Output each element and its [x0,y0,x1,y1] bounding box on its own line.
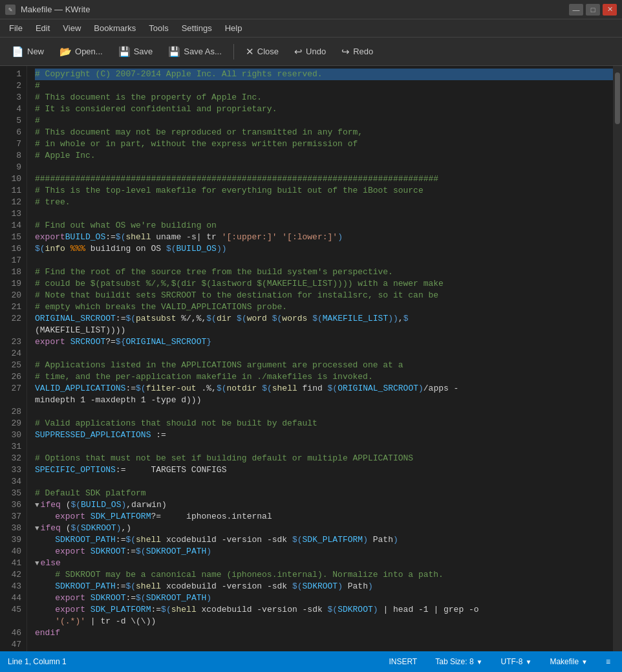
line-number: 33 [5,464,21,476]
line-number: 18 [5,266,21,278]
undo-button[interactable]: ↩Undo [288,43,332,60]
code-line: # [35,115,613,127]
line-number: 19 [5,278,21,290]
save-icon: 💾 [118,46,131,58]
window-title: Makefile — KWrite [21,5,90,14]
close-button[interactable]: ✕Close [239,43,285,60]
code-line: # Valid applications that should not be … [35,418,613,429]
save-button[interactable]: 💾Save [112,43,160,60]
code-line [35,255,613,266]
line-number: 7 [5,138,21,150]
line-number: 24 [5,348,21,360]
line-number: 9 [5,162,21,173]
menu-item-help[interactable]: Help [219,22,249,34]
code-line [35,348,613,360]
line-number: 23 [5,336,21,348]
line-number: 11 [5,185,21,197]
code-line: # This document is the property of Apple… [35,92,613,103]
insert-mode[interactable]: INSERT [385,656,421,667]
code-line [35,406,613,418]
code-line: ########################################… [35,173,613,185]
code-line: ▼ifeq ($(BUILD_OS),darwin) [35,499,613,511]
save-as-label: Save As... [184,47,222,56]
minimize-button[interactable]: — [569,4,583,16]
code-line: # Find the root of the source tree from … [35,266,613,278]
titlebar: ✎ Makefile — KWrite — □ ✕ [0,0,622,19]
line-number: 34 [5,476,21,488]
menu-item-edit[interactable]: Edit [29,22,56,34]
code-line: export SDK_PLATFORM := $(shell xcodebuil… [35,604,613,616]
menu-item-settings[interactable]: Settings [175,22,219,34]
encoding-label: UTF-8 [500,657,522,666]
open-button[interactable]: 📂Open... [53,43,109,60]
line-number [5,616,21,627]
code-line: # Find out what OS we're building on [35,220,613,232]
syntax[interactable]: Makefile ▼ [546,656,592,667]
code-line: SPECIFIC_OPTIONS := TARGETS CONFIGS [35,464,613,476]
line-number: 26 [5,371,21,383]
line-number: 31 [5,441,21,453]
open-icon: 📂 [59,46,72,58]
editor: 1234567891011121314151617181920212223242… [0,66,622,651]
code-line: SDKROOT_PATH := $(shell xcodebuild -vers… [35,581,613,592]
line-number: 1 [5,69,21,80]
menu-item-view[interactable]: View [56,22,87,34]
maximize-button[interactable]: □ [586,4,600,16]
code-line: # Options that must not be set if buildi… [35,453,613,464]
close-button[interactable]: ✕ [603,4,617,16]
save-as-button[interactable]: 💾Save As... [162,43,228,60]
code-line: # It is considered confidential and prop… [35,103,613,115]
tab-size-label: Tab Size: 8 [435,657,473,666]
menu-item-bookmarks[interactable]: Bookmarks [87,22,142,34]
line-number [5,325,21,336]
menu-icon[interactable]: ≡ [602,656,614,667]
tab-size[interactable]: Tab Size: 8 ▼ [431,656,486,667]
menu-item-tools[interactable]: Tools [142,22,175,34]
code-line: export SDK_PLATFORM ?= iphoneos.internal [35,511,613,523]
line-number: 32 [5,453,21,464]
line-number: 5 [5,115,21,127]
code-line: VALID_APPLICATIONS := $(filter-out .%,$(… [35,383,613,395]
undo-icon: ↩ [294,46,303,58]
line-number: 43 [5,581,21,592]
code-area[interactable]: # Copyright (C) 2007-2014 Apple Inc. All… [27,66,613,651]
line-number: 37 [5,511,21,523]
code-line: SUPPRESSED_APPLICATIONS := [35,429,613,441]
line-number: 15 [5,232,21,243]
new-button[interactable]: 📄New [5,43,50,60]
code-line [35,162,613,173]
line-number: 36 [5,499,21,511]
code-line: $(info %%% building on OS $(BUILD_OS)) [35,243,613,255]
code-line [35,441,613,453]
code-line: # empty which breaks the VALID_APPLICATI… [35,301,613,313]
code-line: # time, and the per-application makefile… [35,371,613,383]
code-line: # Default SDK platform [35,488,613,499]
code-line: SDKROOT_PATH := $(shell xcodebuild -vers… [35,534,613,546]
open-label: Open... [75,47,103,56]
line-number: 6 [5,127,21,138]
line-number: 17 [5,255,21,266]
line-number: 46 [5,627,21,639]
code-line: export BUILD_OS := $(shell uname -s| tr … [35,232,613,243]
line-number: 35 [5,488,21,499]
code-line: ORIGINAL_SRCROOT := $(patsubst %/,%,$(di… [35,313,613,325]
line-number: 14 [5,220,21,232]
redo-label: Redo [353,47,373,56]
scrollbar-thumb[interactable] [615,72,620,124]
tab-chevron-icon: ▼ [477,658,483,666]
code-line: # Copyright (C) 2007-2014 Apple Inc. All… [35,69,613,80]
undo-label: Undo [306,47,326,56]
line-number: 45 [5,604,21,616]
code-line: export SDKROOT := $(SDKROOT_PATH) [35,592,613,604]
redo-button[interactable]: ↪Redo [335,43,380,60]
syntax-chevron-icon: ▼ [581,658,588,666]
line-number: 13 [5,208,21,220]
encoding[interactable]: UTF-8 ▼ [497,656,535,667]
scrollbar[interactable] [613,66,622,651]
line-number: 41 [5,558,21,569]
close-label: Close [257,47,279,56]
line-number: 29 [5,418,21,429]
line-number [5,395,21,406]
line-number: 47 [5,639,21,651]
menu-item-file[interactable]: File [3,22,29,34]
